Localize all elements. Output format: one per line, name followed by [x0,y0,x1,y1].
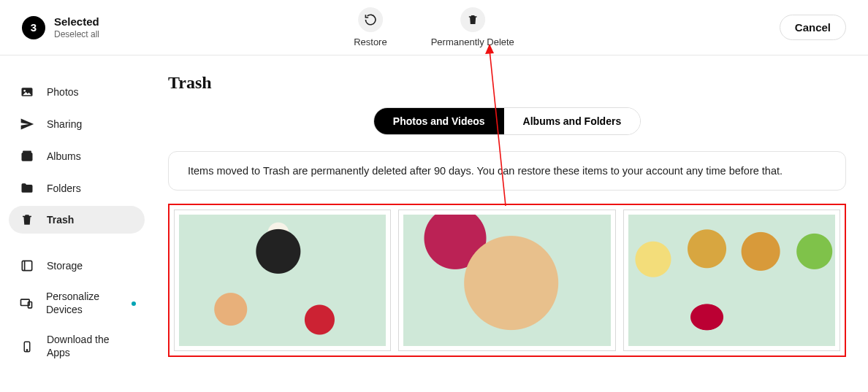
thumbnail-image [179,215,386,346]
sidebar: Photos Sharing Albums Folders Trash Stor… [0,55,153,392]
svg-rect-4 [22,261,31,270]
deselect-all-link[interactable]: Deselect all [54,29,99,39]
trash-icon [19,213,35,226]
thumbnail-item[interactable] [623,210,840,351]
permanently-delete-button[interactable]: Permanently Delete [431,7,514,47]
trash-icon [460,7,485,32]
folder-icon [19,181,35,196]
thumbnail-item[interactable] [174,210,391,351]
svg-rect-2 [22,153,33,161]
sidebar-item-download-apps[interactable]: Download the Apps [9,326,145,366]
sidebar-item-label: Albums [47,150,81,162]
sidebar-item-personalize-devices[interactable]: Personalize Devices [9,283,145,323]
toolbar-actions: Restore Permanently Delete [354,7,514,47]
thumbnail-image [628,215,835,346]
thumbnail-grid [174,210,840,351]
selection-outline [168,204,846,357]
cancel-button[interactable]: Cancel [780,15,846,40]
svg-point-9 [26,349,28,350]
selected-count-badge: 3 [22,16,45,39]
sidebar-item-sharing[interactable]: Sharing [9,109,145,139]
sidebar-item-storage[interactable]: Storage [9,251,145,280]
download-icon [19,340,35,353]
sidebar-item-label: Download the Apps [47,334,134,359]
tab-photos-videos[interactable]: Photos and Videos [374,108,504,134]
svg-point-1 [23,90,26,92]
thumbnail-image [403,215,610,346]
selected-label: Selected [54,15,99,28]
sidebar-item-albums[interactable]: Albums [9,142,145,171]
album-icon [19,149,35,164]
selection-text: Selected Deselect all [54,15,99,39]
notification-dot [132,301,136,306]
sidebar-item-photos[interactable]: Photos [9,77,145,107]
selection-toolbar: 3 Selected Deselect all Restore Permanen… [0,0,868,55]
main-content: Trash Photos and Videos Albums and Folde… [153,55,868,392]
tab-bar: Photos and Videos Albums and Folders [168,107,846,135]
sidebar-item-trash[interactable]: Trash [9,206,145,234]
sidebar-item-label: Folders [47,182,81,194]
sidebar-item-label: Sharing [47,118,82,130]
svg-rect-3 [23,151,31,153]
sidebar-item-label: Trash [47,214,74,226]
devices-icon [19,296,34,311]
storage-icon [19,258,35,273]
permanently-delete-label: Permanently Delete [431,36,514,47]
restore-button[interactable]: Restore [354,7,387,47]
selection-status: 3 Selected Deselect all [22,15,99,39]
trash-notice: Items moved to Trash are permanently del… [168,151,846,191]
sidebar-item-label: Personalize Devices [46,291,134,316]
sidebar-item-label: Storage [47,260,83,272]
sidebar-item-label: Photos [47,86,79,98]
share-icon [19,117,35,131]
tab-albums-folders[interactable]: Albums and Folders [504,108,641,134]
sidebar-item-folders[interactable]: Folders [9,174,145,203]
page-title: Trash [168,73,846,93]
restore-icon [358,7,383,32]
restore-label: Restore [354,36,387,47]
thumbnail-item[interactable] [398,210,615,351]
photo-icon [19,85,35,99]
